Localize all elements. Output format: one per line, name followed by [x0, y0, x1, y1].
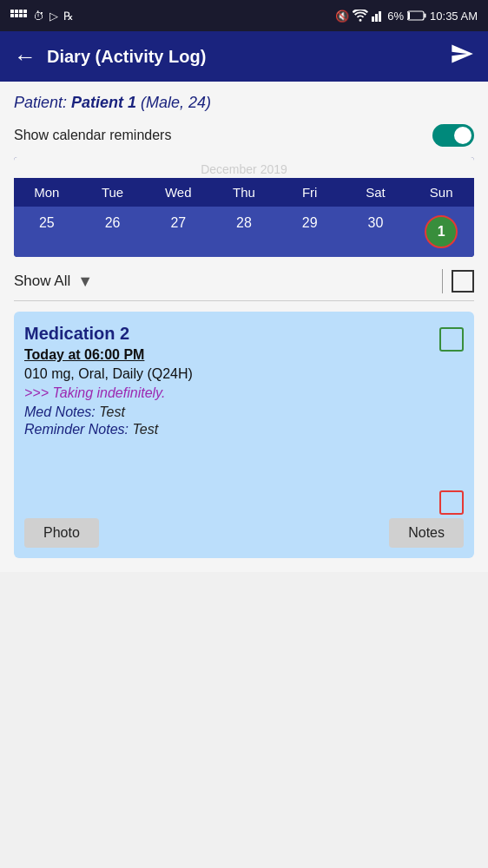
medication-title: Medication 2	[24, 324, 432, 344]
cal-day-29[interactable]: 29	[277, 207, 343, 257]
status-right-icons: 🔇 6% 10:35 AM	[335, 10, 478, 23]
med-notes-value: Test	[99, 404, 125, 419]
main-content: Patient: Patient 1 (Male, 24) Show calen…	[0, 82, 488, 572]
svg-rect-6	[19, 14, 23, 17]
selected-day-circle: 1	[425, 215, 458, 248]
calendar-reminders-toggle[interactable]	[432, 124, 474, 147]
cal-header-thu: Thu	[211, 178, 277, 207]
rx-icon: ℞	[63, 10, 74, 23]
battery-icon	[407, 10, 426, 21]
cal-header-tue: Tue	[80, 178, 146, 207]
medication-details: 010 mg, Oral, Daily (Q24H)	[24, 366, 432, 382]
paper-plane-icon	[450, 42, 474, 66]
time-display: 10:35 AM	[430, 10, 478, 23]
svg-rect-10	[379, 11, 381, 22]
back-button[interactable]: ←	[14, 43, 36, 70]
svg-rect-4	[10, 14, 14, 17]
svg-rect-8	[372, 16, 374, 22]
svg-rect-0	[10, 10, 14, 13]
reminder-notes-label: Reminder Notes:	[24, 422, 133, 437]
calendar: December 2019 Mon Tue Wed Thu Fri Sat Su…	[14, 157, 474, 257]
battery-text: 6%	[387, 10, 404, 23]
calendar-headers: Mon Tue Wed Thu Fri Sat Sun	[14, 178, 474, 207]
svg-rect-13	[408, 12, 410, 19]
mute-icon: 🔇	[335, 10, 349, 23]
cal-day-27[interactable]: 27	[145, 207, 211, 257]
cal-day-25[interactable]: 25	[14, 207, 80, 257]
med-check-red[interactable]	[439, 490, 464, 515]
patient-label: Patient:	[14, 94, 71, 111]
dropdown-arrow-icon: ▼	[77, 273, 93, 291]
calendar-toggle-row: Show calendar reminders	[14, 124, 474, 147]
cal-day-30[interactable]: 30	[343, 207, 409, 257]
svg-rect-1	[15, 10, 18, 13]
medication-taking: >>> Taking indefinitely.	[24, 385, 432, 401]
calendar-toggle-label: Show calendar reminders	[14, 128, 171, 143]
calendar-month: December 2019	[14, 157, 474, 178]
filter-label: Show All	[14, 273, 70, 290]
cal-header-mon: Mon	[14, 178, 80, 207]
cal-header-fri: Fri	[277, 178, 343, 207]
filter-divider	[442, 269, 443, 293]
grid-icon	[10, 10, 28, 22]
wifi-icon	[353, 10, 368, 22]
svg-rect-12	[425, 14, 426, 18]
calendar-days: 25 26 27 28 29 30 1	[14, 207, 474, 257]
cal-header-sun: Sun	[408, 178, 474, 207]
cal-day-28[interactable]: 28	[211, 207, 277, 257]
medication-reminder-notes: Reminder Notes: Test	[24, 422, 432, 437]
status-bar: ⏱ ▷ ℞ 🔇 6% 10:35 AM	[0, 0, 488, 31]
card-buttons: Photo Notes	[24, 518, 464, 548]
photo-button[interactable]: Photo	[24, 518, 99, 548]
med-card-content: Medication 2 Today at 06:00 PM 010 mg, O…	[24, 324, 432, 515]
header-title: Diary (Activity Log)	[47, 47, 450, 67]
patient-name: Patient 1	[71, 94, 136, 111]
cal-day-1[interactable]: 1	[408, 207, 474, 257]
play-icon: ▷	[49, 10, 58, 23]
cal-header-wed: Wed	[145, 178, 211, 207]
med-check-green[interactable]	[439, 327, 464, 352]
show-all-dropdown[interactable]: Show All ▼	[14, 273, 433, 291]
clock-icon: ⏱	[33, 10, 44, 23]
filter-row: Show All ▼	[14, 269, 474, 301]
filter-checkbox[interactable]	[452, 270, 474, 293]
medication-card: Medication 2 Today at 06:00 PM 010 mg, O…	[14, 312, 474, 558]
status-left-icons: ⏱ ▷ ℞	[10, 10, 74, 23]
med-notes-label: Med Notes:	[24, 404, 99, 419]
svg-rect-3	[23, 10, 27, 13]
cal-header-sat: Sat	[343, 178, 409, 207]
send-button[interactable]	[450, 42, 474, 71]
svg-rect-2	[19, 10, 23, 13]
medication-notes: Med Notes: Test	[24, 404, 432, 420]
signal-icon	[372, 10, 384, 22]
medication-time: Today at 06:00 PM	[24, 347, 432, 363]
med-card-inner: Medication 2 Today at 06:00 PM 010 mg, O…	[24, 324, 464, 515]
reminder-notes-value: Test	[133, 422, 159, 437]
app-header: ← Diary (Activity Log)	[0, 31, 488, 82]
patient-info: Patient: Patient 1 (Male, 24)	[14, 94, 474, 112]
svg-rect-5	[15, 14, 18, 17]
svg-rect-9	[375, 14, 378, 22]
med-card-checkboxes	[432, 324, 464, 515]
svg-rect-7	[23, 14, 27, 17]
cal-day-26[interactable]: 26	[80, 207, 146, 257]
patient-meta: (Male, 24)	[136, 94, 211, 111]
notes-button[interactable]: Notes	[389, 518, 464, 548]
